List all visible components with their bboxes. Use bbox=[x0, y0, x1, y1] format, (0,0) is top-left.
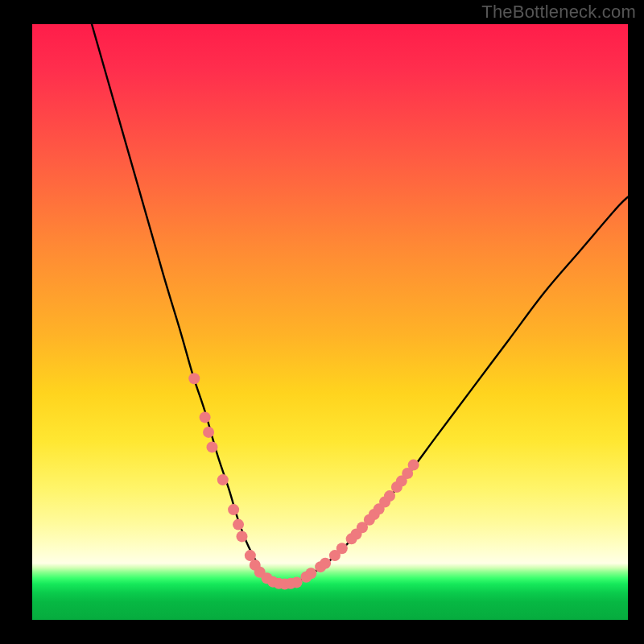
marker-dot bbox=[291, 576, 303, 588]
bottleneck-curve bbox=[92, 24, 628, 584]
watermark-text: TheBottleneck.com bbox=[481, 2, 636, 23]
marker-dot bbox=[245, 550, 256, 561]
chart-stage: TheBottleneck.com bbox=[0, 0, 644, 644]
marker-dot bbox=[320, 558, 331, 569]
marker-dot bbox=[200, 411, 211, 423]
marker-dot bbox=[305, 568, 316, 579]
marker-dots bbox=[188, 373, 419, 589]
marker-dot bbox=[206, 441, 217, 452]
marker-dot bbox=[228, 504, 239, 515]
marker-dot bbox=[203, 427, 214, 438]
marker-dot bbox=[233, 519, 244, 530]
marker-dot bbox=[384, 490, 395, 502]
marker-dot bbox=[408, 460, 419, 471]
chart-overlay bbox=[32, 24, 628, 620]
marker-dot bbox=[188, 373, 200, 384]
marker-dot bbox=[217, 474, 229, 485]
plot-area bbox=[32, 24, 628, 620]
marker-dot bbox=[336, 543, 348, 554]
marker-dot bbox=[236, 530, 247, 542]
